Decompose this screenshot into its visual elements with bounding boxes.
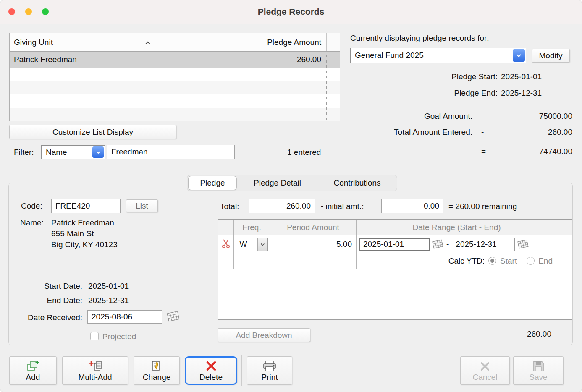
chevron-down-icon xyxy=(257,238,267,251)
edit-form-icon xyxy=(151,359,163,372)
calc-ytd-row: Calc YTD: Start End xyxy=(218,253,572,269)
calc-ytd-start-label: Start xyxy=(500,256,517,266)
fund-select-value: General Fund 2025 xyxy=(355,48,424,63)
pledge-amount-cell: 260.00 xyxy=(157,55,326,64)
customize-list-display-button[interactable]: Customize List Display xyxy=(9,125,176,139)
code-input[interactable]: FREE420 xyxy=(51,199,121,213)
date-received-input[interactable]: 2025-08-06 xyxy=(87,310,162,324)
end-date-label: End Date: xyxy=(25,296,82,305)
scrollbar-divider xyxy=(326,52,327,120)
filter-value-input[interactable]: Freedman xyxy=(107,145,235,159)
tab-contributions-label: Contributions xyxy=(334,178,381,188)
date-range-end-value: 2025-12-31 xyxy=(456,240,496,249)
tab-pledge-detail[interactable]: Pledge Detail xyxy=(238,175,317,191)
tab-pledge-label: Pledge xyxy=(200,178,225,188)
detail-tabbar: Pledge Pledge Detail Contributions xyxy=(187,175,397,191)
giving-unit-table: Giving Unit Pledge Amount Patrick Freedm… xyxy=(9,33,340,121)
sort-ascending-icon xyxy=(145,38,151,47)
calc-ytd-end-radio[interactable] xyxy=(527,257,535,265)
remaining-text: = 260.00 remaining xyxy=(448,202,517,211)
tab-contributions[interactable]: Contributions xyxy=(317,175,397,191)
name-line-1: Patrick Freedman xyxy=(51,218,114,227)
date-received-label: Date Received: xyxy=(11,313,82,322)
initial-amount-label: - initial amt.: xyxy=(321,202,364,211)
column-header-giving-unit[interactable]: Giving Unit xyxy=(10,33,157,51)
entered-count: 1 entered xyxy=(287,148,321,157)
empty-row xyxy=(10,94,340,108)
total-entered-value: 260.00 xyxy=(504,128,572,137)
total-entered-label: Total Amount Entered: xyxy=(351,128,472,137)
frequency-select[interactable]: W xyxy=(236,238,268,251)
goal-amount-value: 75000.00 xyxy=(504,112,572,121)
modify-fund-label: Modify xyxy=(539,51,563,60)
projected-checkbox[interactable] xyxy=(90,332,99,340)
filter-field-select[interactable]: Name xyxy=(41,145,105,159)
code-value: FREE420 xyxy=(55,201,90,211)
range-separator: - xyxy=(446,240,449,249)
toolbar-divider xyxy=(241,355,242,386)
date-range-start-input[interactable]: 2025-01-01 xyxy=(359,238,430,251)
zoom-window-button[interactable] xyxy=(42,8,49,15)
delete-x-icon xyxy=(205,359,218,372)
save-button[interactable]: Save xyxy=(513,356,564,385)
list-button[interactable]: List xyxy=(126,199,158,212)
multi-add-button[interactable]: Multi-Add xyxy=(62,356,128,385)
breakdown-total: 260.00 xyxy=(479,329,551,339)
date-received-value: 2025-08-06 xyxy=(92,312,132,321)
filter-field-value: Name xyxy=(46,146,67,159)
frequency-value: W xyxy=(236,240,247,249)
initial-amount-input[interactable]: 0.00 xyxy=(381,199,443,213)
chevron-down-icon xyxy=(92,146,104,158)
goal-amount-label: Goal Amount: xyxy=(351,112,472,121)
add-button[interactable]: Add xyxy=(9,356,57,385)
code-label: Code: xyxy=(21,201,42,211)
column-header-pledge-amount[interactable]: Pledge Amount xyxy=(157,33,326,51)
cancel-x-icon xyxy=(479,359,491,372)
total-value: 260.00 xyxy=(286,201,311,211)
print-button-label: Print xyxy=(261,373,278,382)
delete-button[interactable]: Delete xyxy=(185,356,237,385)
pledge-start-label: Pledge Start: xyxy=(378,72,498,81)
breakdown-header-date-range: Date Range (Start - End) xyxy=(357,220,557,235)
add-form-icon xyxy=(27,359,39,372)
column-divider xyxy=(157,52,157,120)
start-date-label: Start Date: xyxy=(25,282,82,291)
cancel-button[interactable]: Cancel xyxy=(460,356,510,385)
add-breakdown-button[interactable]: Add Breakdown xyxy=(218,328,310,342)
start-date-value: 2025-01-01 xyxy=(88,282,129,291)
save-button-label: Save xyxy=(529,373,547,382)
giving-unit-header-label: Giving Unit xyxy=(14,38,53,47)
calendar-picker-icon[interactable] xyxy=(432,239,444,250)
empty-row xyxy=(10,68,340,81)
table-scrollbar-track[interactable] xyxy=(326,33,340,51)
giving-unit-cell: Patrick Freedman xyxy=(10,55,157,64)
calendar-picker-icon[interactable] xyxy=(517,239,530,250)
breakdown-header: Freq. Period Amount Date Range (Start - … xyxy=(218,220,572,235)
modify-fund-button[interactable]: Modify xyxy=(532,49,570,63)
multi-add-button-label: Multi-Add xyxy=(78,373,112,382)
change-button-label: Change xyxy=(143,373,171,382)
tab-pledge[interactable]: Pledge xyxy=(188,176,237,190)
close-window-button[interactable] xyxy=(8,8,15,15)
remove-row-scissors-icon[interactable] xyxy=(222,239,230,250)
equals-sign: = xyxy=(481,147,486,156)
calc-ytd-start-radio[interactable] xyxy=(488,257,496,265)
breakdown-header-freq: Freq. xyxy=(234,220,270,235)
add-breakdown-label: Add Breakdown xyxy=(236,331,292,340)
period-amount-cell[interactable]: 5.00 xyxy=(270,235,357,253)
total-input[interactable]: 260.00 xyxy=(249,199,315,213)
breakdown-header-period-amount: Period Amount xyxy=(270,220,357,235)
customize-list-display-label: Customize List Display xyxy=(52,128,133,137)
multi-add-icon xyxy=(89,359,102,372)
date-range-end-input[interactable]: 2025-12-31 xyxy=(452,238,515,251)
change-button[interactable]: Change xyxy=(134,356,180,385)
projected-label: Projected xyxy=(102,332,136,341)
table-row-selected[interactable]: Patrick Freedman 260.00 xyxy=(10,52,340,68)
net-remaining-value: 74740.00 xyxy=(504,147,572,156)
breakdown-table: Freq. Period Amount Date Range (Start - … xyxy=(218,219,572,320)
print-button[interactable]: Print xyxy=(247,356,292,385)
minimize-window-button[interactable] xyxy=(25,8,32,15)
list-button-label: List xyxy=(136,201,148,211)
fund-select[interactable]: General Fund 2025 xyxy=(350,48,526,63)
calc-ytd-label: Calc YTD: xyxy=(448,256,485,266)
